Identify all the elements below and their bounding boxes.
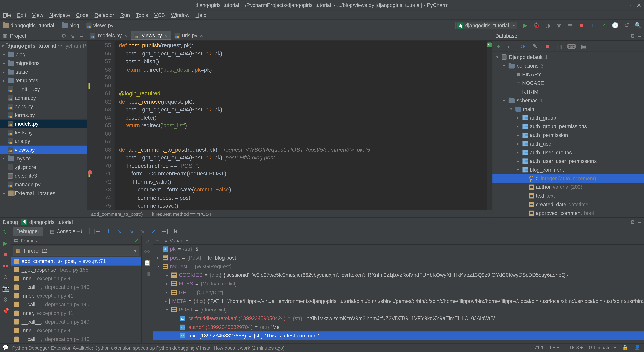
tree-urls.py[interactable]: urls.py (0, 137, 87, 146)
crumb-file[interactable]: views.py (86, 22, 114, 28)
menu-tools[interactable]: Tools (136, 12, 148, 18)
frame-inner,[interactable]: inner, exception.py:41 (11, 274, 141, 283)
tree-views.py[interactable]: views.py (0, 146, 87, 154)
caret-position[interactable]: 71:1 (534, 345, 544, 351)
properties-icon[interactable]: ✎ (532, 43, 538, 50)
collation-BINARY[interactable]: |≡BINARY (492, 70, 644, 79)
encoding[interactable]: UTF-8 ÷ (565, 345, 583, 351)
notification-icon[interactable]: 💬 (3, 345, 9, 351)
search-icon[interactable]: 🔍 (634, 22, 641, 29)
column-created_date[interactable]: created_date datetime (492, 200, 644, 209)
variable-COOKIES[interactable]: ▸COOKIES = {dict} {'sessionid': 'w3ie27w… (153, 271, 644, 279)
rerun-icon[interactable]: ↻ (2, 228, 9, 235)
tree-manage.py[interactable]: manage.py (0, 180, 87, 189)
frame-inner,[interactable]: inner, exception.py:41 (11, 309, 141, 318)
jump-to-console-icon[interactable]: ▥ (556, 43, 563, 50)
project-root[interactable]: ▾djangogirls_tutorial ~/PycharmProjects/… (0, 41, 87, 50)
tree-forms.py[interactable]: forms.py (0, 111, 87, 120)
gear-icon[interactable]: ⚙ (61, 33, 67, 39)
add-icon[interactable]: + (495, 43, 502, 50)
frame-__call__,[interactable]: __call__, deprecation.py:140 (11, 318, 141, 326)
force-step-into-icon[interactable]: ↘ (138, 227, 146, 235)
vcs-commit-icon[interactable]: ✓ (600, 22, 608, 29)
filter-icon[interactable]: ▦ (580, 43, 587, 50)
new-watch-icon[interactable]: 👁 (144, 249, 150, 255)
frame-_get_response,[interactable]: _get_response, base.py:185 (11, 266, 141, 274)
variable-request[interactable]: ▾request = {WSGIRequest} (153, 262, 644, 271)
table-auth_user_user_permissions[interactable]: ▸auth_user_user_permissions (492, 157, 644, 166)
menu-window[interactable]: Window (171, 12, 190, 18)
resume-icon[interactable]: ▶ (2, 240, 9, 246)
step-into-icon[interactable]: ↘ (116, 227, 124, 235)
frame-__call__,[interactable]: __call__, deprecation.py:140 (11, 283, 141, 292)
vcs-update-icon[interactable]: ↓ (589, 22, 596, 29)
run-to-cursor-icon[interactable]: →| (161, 227, 169, 235)
mute-breakpoints-icon[interactable]: ⊘ (2, 273, 9, 280)
table-auth_user_groups[interactable]: ▸auth_user_groups (492, 148, 644, 157)
schema-main[interactable]: ▾main (492, 105, 644, 114)
debug-icon[interactable]: 🐞 (533, 22, 540, 29)
prev-frame-icon[interactable]: ↑ (123, 237, 125, 243)
tree-migrations[interactable]: ▸migrations (0, 59, 87, 68)
hector-icon[interactable]: 👤 (634, 345, 640, 351)
variable-'author' (139923458829704)[interactable]: ab'author' (139923458829704) = {str} 'Me… (153, 323, 644, 332)
gear-icon[interactable]: ⚙ (630, 219, 635, 225)
variable-pk[interactable]: abpk = {str} '5' (153, 245, 644, 253)
frame-__call__,[interactable]: __call__, deprecation.py:140 (11, 335, 141, 343)
code-editor[interactable]: def post_publish(request, pk): post = ge… (114, 41, 492, 210)
git-branch[interactable]: Git: master ÷ (589, 345, 616, 351)
menu-edit[interactable]: Edit (17, 12, 26, 18)
tree-__init__.py[interactable]: __init__.py (0, 85, 87, 94)
column-id[interactable]: id integer (auto increment) (492, 174, 644, 183)
menu-vcs[interactable]: VCS (154, 12, 165, 18)
line-ending[interactable]: LF ÷ (550, 345, 559, 351)
table-auth_permission[interactable]: ▸auth_permission (492, 131, 644, 140)
close-icon[interactable]: ✕ (636, 2, 641, 8)
menu-navigate[interactable]: Navigate (49, 12, 70, 18)
copy-icon[interactable]: 📋 (144, 260, 151, 266)
collation-NOCASE[interactable]: |≡NOCASE (492, 79, 644, 88)
concurrency-icon[interactable]: ▤ (567, 22, 574, 29)
duplicate-icon[interactable]: ▭ (507, 43, 514, 50)
scope-crumb[interactable]: add_comment_to_post() (91, 211, 143, 216)
close-tab-icon[interactable]: × (124, 33, 127, 38)
vcs-revert-icon[interactable]: ↺ (623, 22, 630, 29)
menu-refactor[interactable]: Refactor (95, 12, 114, 18)
frame-inner,[interactable]: inner, exception.py:41 (11, 326, 141, 335)
menu-code[interactable]: Code (76, 12, 88, 18)
step-into-mycode-icon[interactable]: ↘̲ (127, 227, 135, 235)
restore-layout-icon[interactable]: ↗ (145, 238, 150, 244)
pin-icon[interactable]: 📌 (2, 307, 9, 314)
debug-config[interactable]: dj djangogirls_tutorial (22, 219, 73, 225)
menu-file[interactable]: File (3, 12, 11, 18)
collations[interactable]: ▾collations 3 (492, 61, 644, 70)
editor-tab-urls.py[interactable]: urls.py× (171, 31, 206, 40)
tree-models.py[interactable]: models.py (0, 120, 87, 128)
console-tab[interactable]: ▤Console →⁞ (46, 227, 86, 236)
tree-templates[interactable]: ▸templates (0, 76, 87, 85)
step-over-icon[interactable]: ⤵ (104, 227, 112, 235)
hide-icon[interactable]: – (78, 33, 84, 39)
tree-mysite[interactable]: ▸mysite (0, 154, 87, 163)
vcs-history-icon[interactable]: 🕐 (612, 22, 619, 29)
editor-tab-views.py[interactable]: views.py× (131, 31, 171, 40)
table-blog_comment[interactable]: ▾blog_comment (492, 166, 644, 174)
next-frame-icon[interactable]: ↓ (129, 237, 131, 243)
scope-crumb[interactable]: if request.method == "POST" (152, 211, 214, 216)
get-thread-dump-icon[interactable]: 📷 (2, 285, 9, 292)
gear-icon[interactable]: ⚙ (630, 33, 635, 39)
tree-static[interactable]: ▸static (0, 67, 87, 76)
variable-post[interactable]: ▸post = {Post} Fifth blog post (153, 253, 644, 262)
tree-admin.py[interactable]: admin.py (0, 94, 87, 102)
tree-db.sqlite3[interactable]: db.sqlite3 (0, 172, 87, 180)
table-auth_user[interactable]: ▸auth_user (492, 140, 644, 148)
column-text[interactable]: text text (492, 191, 644, 200)
view-breakpoints-icon[interactable]: ●● (2, 262, 9, 269)
run-icon[interactable]: ▶ (522, 22, 528, 29)
dir-blog[interactable]: ▾blog (0, 50, 87, 59)
hide-icon[interactable]: – (638, 33, 641, 39)
show-watches-icon[interactable]: ▥ (145, 270, 150, 277)
open-console-icon[interactable]: ⌨ (568, 43, 575, 50)
frame-add_comment_to_post,[interactable]: add_comment_to_post, views.py:71 (11, 257, 141, 266)
collapse-icon[interactable]: ↘ (70, 33, 76, 39)
